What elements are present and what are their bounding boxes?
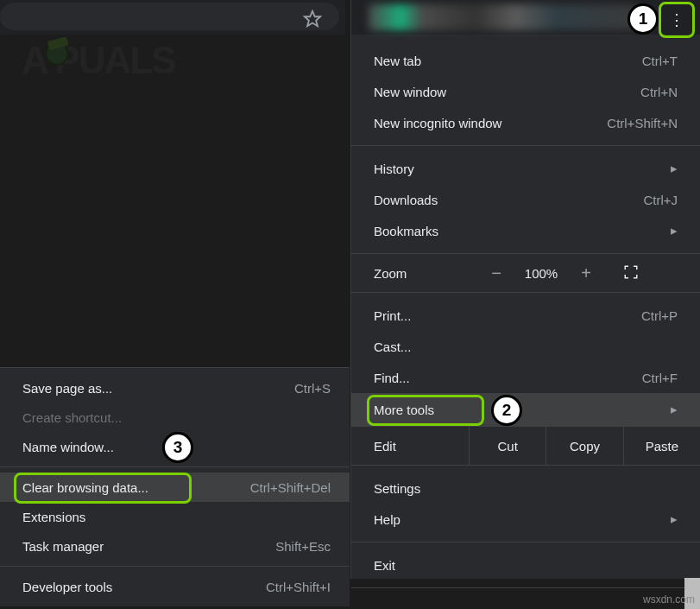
kebab-menu-button[interactable]: ⋮ [659, 2, 695, 38]
menu-shortcut: Ctrl+S [294, 381, 331, 396]
menu-shortcut: Ctrl+F [642, 371, 678, 385]
omnibox[interactable] [0, 3, 339, 30]
menu-item-new-window[interactable]: New window Ctrl+N [351, 76, 700, 107]
menu-label: Name window... [22, 440, 114, 454]
site-credit: wsxdn.com [643, 593, 695, 606]
zoom-row: Zoom − 100% + [351, 253, 700, 293]
copy-button[interactable]: Copy [545, 427, 622, 465]
menu-item-settings[interactable]: Settings [351, 473, 700, 504]
kebab-icon: ⋮ [669, 18, 684, 22]
submenu-item-save-page-as[interactable]: Save page as... Ctrl+S [0, 373, 350, 403]
menu-label: Downloads [374, 193, 438, 207]
menu-shortcut: Ctrl+T [642, 54, 678, 68]
chevron-right-icon: ▸ [671, 402, 678, 417]
menu-label: New incognito window [374, 116, 501, 130]
menu-item-cast[interactable]: Cast... [351, 331, 700, 362]
paste-button[interactable]: Paste [623, 427, 700, 465]
menu-label: More tools [374, 403, 434, 417]
submenu-item-create-shortcut: Create shortcut... [0, 403, 350, 432]
watermark-logo: A PUALS [22, 39, 237, 82]
menu-label: Find... [374, 371, 410, 385]
submenu-item-extensions[interactable]: Extensions [0, 502, 350, 531]
menu-shortcut: Ctrl+P [641, 308, 678, 323]
submenu-item-task-manager[interactable]: Task manager Shift+Esc [0, 531, 350, 561]
chrome-main-menu: ⋮ 1 New tab Ctrl+T New window Ctrl+N New… [350, 0, 700, 579]
svg-marker-0 [305, 11, 320, 26]
menu-shortcut: Ctrl+Shift+I [266, 580, 331, 594]
chevron-right-icon: ▸ [671, 511, 678, 527]
zoom-percent: 100% [515, 266, 567, 281]
menu-item-more-tools[interactable]: More tools ▸ 2 [351, 393, 700, 426]
chevron-right-icon: ▸ [671, 161, 678, 176]
edit-label: Edit [374, 439, 469, 454]
address-bar-area [0, 0, 345, 35]
more-tools-submenu: Save page as... Ctrl+S Create shortcut..… [0, 367, 350, 606]
callout-badge-3: 3 [162, 432, 193, 463]
menu-shortcut: Shift+Esc [275, 539, 331, 554]
menu-label: New window [374, 85, 446, 99]
submenu-item-clear-browsing-data[interactable]: Clear browsing data... Ctrl+Shift+Del [0, 473, 350, 502]
menu-item-new-tab[interactable]: New tab Ctrl+T [351, 45, 700, 76]
menu-label: Task manager [22, 539, 104, 554]
menu-label: Settings [374, 481, 420, 496]
menu-label: Extensions [22, 510, 85, 524]
menu-label: History [374, 162, 414, 176]
menu-label: Help [374, 512, 400, 527]
zoom-in-button[interactable]: + [567, 263, 605, 283]
submenu-item-name-window[interactable]: Name window... 3 [0, 432, 350, 461]
profile-area-blurred [369, 4, 636, 30]
submenu-item-developer-tools[interactable]: Developer tools Ctrl+Shift+I [0, 572, 350, 601]
menu-item-new-incognito[interactable]: New incognito window Ctrl+Shift+N [351, 107, 700, 138]
cut-button[interactable]: Cut [469, 427, 545, 465]
menu-item-history[interactable]: History ▸ [351, 153, 700, 184]
menu-shortcut: Ctrl+N [640, 85, 678, 99]
toolbar-strip: ⋮ 1 [351, 0, 700, 35]
menu-label: Exit [374, 558, 395, 573]
menu-label: Bookmarks [374, 224, 438, 238]
menu-label: Save page as... [22, 381, 112, 396]
menu-shortcut: Ctrl+J [643, 193, 678, 207]
menu-label: Create shortcut... [22, 410, 122, 425]
menu-item-print[interactable]: Print... Ctrl+P [351, 300, 700, 331]
chevron-right-icon: ▸ [671, 223, 678, 238]
bookmark-star-icon[interactable] [303, 10, 322, 29]
menu-item-exit[interactable]: Exit [351, 549, 700, 580]
menu-label: Developer tools [22, 580, 112, 594]
menu-label: New tab [374, 54, 421, 68]
zoom-out-button[interactable]: − [477, 263, 515, 283]
menu-item-bookmarks[interactable]: Bookmarks ▸ [351, 215, 700, 246]
fullscreen-button[interactable] [605, 264, 657, 282]
menu-shortcut: Ctrl+Shift+Del [250, 480, 331, 495]
zoom-label: Zoom [374, 266, 477, 281]
menu-label: Cast... [374, 339, 411, 354]
menu-label: Print... [374, 308, 411, 323]
menu-item-downloads[interactable]: Downloads Ctrl+J [351, 184, 700, 215]
menu-item-find[interactable]: Find... Ctrl+F [351, 362, 700, 393]
edit-row: Edit Cut Copy Paste [351, 426, 700, 466]
menu-item-help[interactable]: Help ▸ [351, 504, 700, 535]
menu-shortcut: Ctrl+Shift+N [607, 116, 678, 130]
callout-badge-1: 1 [627, 3, 659, 35]
callout-badge-2: 2 [491, 395, 522, 426]
menu-label: Clear browsing data... [22, 480, 148, 495]
